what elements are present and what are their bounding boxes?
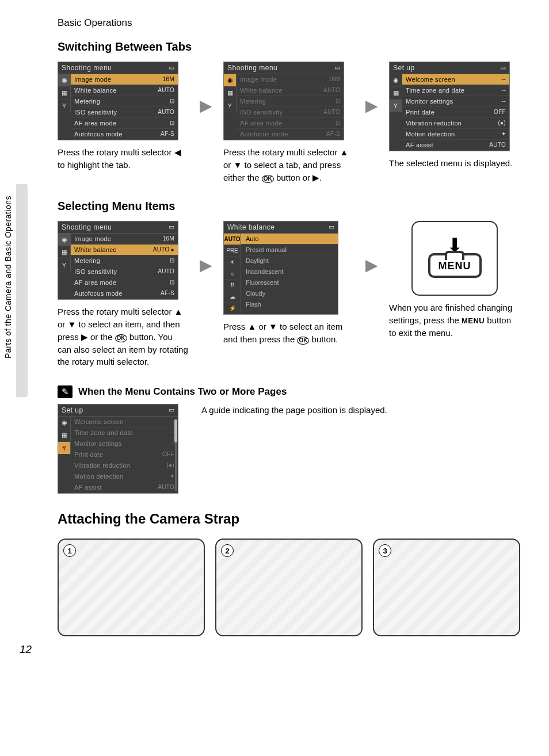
battery-icon: ▭ — [169, 64, 175, 71]
menu-button-label: MENU — [439, 260, 471, 272]
arrow-icon: ▶ — [365, 96, 379, 115]
menu-row: Image mode16M — [237, 74, 344, 85]
setup-title2: Set up — [62, 406, 83, 414]
wb-title: White balance — [227, 223, 275, 231]
menu-row: ISO sensitivityAUTO — [71, 266, 178, 277]
menu-row: Welcome screen-- — [402, 74, 509, 85]
up-icon: ▲ — [248, 320, 257, 333]
up-icon: ▲ — [174, 306, 183, 318]
tab-movie-icon: ▦ — [58, 429, 71, 442]
menu-row: Time zone and date-- — [402, 85, 509, 96]
menu-row: AF area mode⊡ — [237, 118, 344, 129]
menu-button-shape: MENU — [428, 253, 482, 278]
wb-option: Cloudy — [241, 288, 338, 299]
menu1-title: Shooting menu — [62, 64, 112, 72]
ok-icon: OK — [115, 334, 127, 342]
menu-row: Time zone and date-- — [71, 427, 178, 438]
section3-title: Attaching the Camera Strap — [58, 511, 520, 527]
note-heading: ✎ When the Menu Contains Two or More Pag… — [58, 385, 520, 398]
caption2: Press the rotary multi selector ▲ or ▼ t… — [223, 146, 354, 184]
ok-icon: OK — [262, 175, 274, 183]
menu-row: Vibration reduction(●) — [71, 460, 178, 471]
menu-row: Autofocus modeAF-S — [237, 129, 344, 140]
wb-option: Flash — [241, 299, 338, 310]
menu-row: AF area mode⊡ — [71, 118, 178, 129]
tab-shoot-icon: ◉ — [58, 234, 71, 246]
up-icon: ▲ — [340, 146, 349, 159]
strap-step-2: 2 — [215, 539, 363, 636]
arrow-icon: ▶ — [199, 96, 213, 115]
step-number: 3 — [379, 544, 391, 557]
menu-glyph: MENU — [462, 316, 485, 325]
menu-row: Monitor settings-- — [402, 96, 509, 107]
menu-row: ISO sensitivityAUTO — [71, 107, 178, 118]
menu-row: White balanceAUTO — [71, 85, 178, 96]
menu-row: Print dateOFF — [402, 107, 509, 118]
battery-icon: ▭ — [169, 406, 175, 414]
side-tab-label: Parts of the Camera and Basic Operations — [3, 196, 13, 358]
menu3-title: Shooting menu — [62, 223, 112, 231]
tab-movie-icon: ▦ — [390, 87, 402, 100]
menu-row: Image mode16M — [71, 234, 178, 245]
shooting-menu-3: Shooting menu▭ ◉ ▦ Y Image mode16M White… — [58, 221, 178, 300]
tab-shoot-icon: ◉ — [58, 74, 71, 87]
menu-row: ISO sensitivityAUTO — [237, 107, 344, 118]
battery-icon: ▭ — [500, 64, 506, 71]
wb-tag: ☼ — [224, 268, 241, 280]
menu-row: Vibration reduction(●) — [402, 118, 509, 129]
tab-setup-icon: Y — [224, 100, 237, 112]
tab-movie-icon: ▦ — [58, 87, 71, 100]
step-number: 2 — [221, 544, 234, 557]
wb-option: Fluorescent — [241, 277, 338, 288]
wb-tag: ⠿ — [224, 280, 241, 291]
menu-row: Autofocus modeAF-S — [71, 288, 178, 299]
section2-title: Selecting Menu Items — [58, 200, 520, 213]
menu-row: Print dateOFF — [71, 449, 178, 460]
down-icon: ▼ — [234, 159, 242, 171]
tab-movie-icon: ▦ — [224, 87, 237, 100]
menu-row: Metering⊡ — [71, 255, 178, 266]
wb-option: Auto — [241, 234, 338, 245]
shooting-menu-1: Shooting menu▭ ◉ ▦ Y Image mode16M White… — [58, 62, 178, 140]
ok-icon: OK — [297, 337, 309, 345]
wb-tag: PRE — [224, 245, 241, 257]
tab-shoot-icon: ◉ — [58, 417, 71, 429]
note-caption: A guide indicating the page position is … — [201, 404, 520, 415]
pencil-icon: ✎ — [58, 385, 73, 398]
menu-row: Welcome screen-- — [71, 417, 178, 427]
battery-icon: ▭ — [329, 223, 335, 231]
arrow-icon: ▶ — [199, 255, 213, 274]
tab-movie-icon: ▦ — [58, 246, 71, 259]
caption-s2-1: Press the rotary multi selector ▲ or ▼ t… — [58, 306, 189, 368]
menu-row: Motion detection✦ — [402, 129, 509, 140]
white-balance-menu: White balance▭ AUTO PRE ☀ ☼ ⠿ ☁ ⚡ Auto P… — [223, 221, 338, 315]
menu-row: White balanceAUTO ▸ — [71, 245, 178, 255]
down-arrow-icon: ⬇ — [447, 239, 463, 251]
menu-row: Metering⊡ — [237, 96, 344, 107]
setup-menu: Set up▭ ◉ ▦ Y Welcome screen-- Time zone… — [389, 62, 510, 151]
strap-step-3: 3 — [373, 539, 520, 636]
menu-row: White balanceAUTO — [237, 85, 344, 96]
strap-steps: 1 2 3 — [58, 539, 520, 636]
right-icon: ▶ — [81, 331, 88, 343]
page-header: Basic Operations — [58, 17, 520, 29]
setup-menu-paged: Set up▭ ◉ ▦ Y Welcome screen-- Time zone… — [58, 404, 178, 494]
note-title: When the Menu Contains Two or More Pages — [78, 386, 287, 398]
wb-tag: ⚡ — [224, 303, 241, 314]
left-icon: ◀ — [174, 146, 181, 159]
tab-setup-icon: Y — [390, 100, 402, 112]
caption-s2-2: Press ▲ or ▼ to select an item and then … — [223, 320, 354, 346]
menu-row: AF assistAUTO — [71, 482, 178, 493]
side-tab-bg — [16, 184, 28, 397]
menu-row: Motion detection✦ — [71, 471, 178, 482]
caption1: Press the rotary multi selector ◀ to hig… — [58, 146, 189, 171]
wb-tag: ☁ — [224, 291, 241, 303]
down-icon: ▼ — [269, 320, 277, 333]
step-number: 1 — [63, 544, 76, 557]
tab-shoot-icon: ◉ — [390, 74, 402, 87]
arrow-icon: ▶ — [365, 255, 379, 274]
setup-title: Set up — [393, 64, 415, 72]
tab-shoot-icon: ◉ — [224, 74, 237, 87]
battery-icon: ▭ — [334, 64, 341, 71]
section2-row: Shooting menu▭ ◉ ▦ Y Image mode16M White… — [58, 221, 520, 368]
